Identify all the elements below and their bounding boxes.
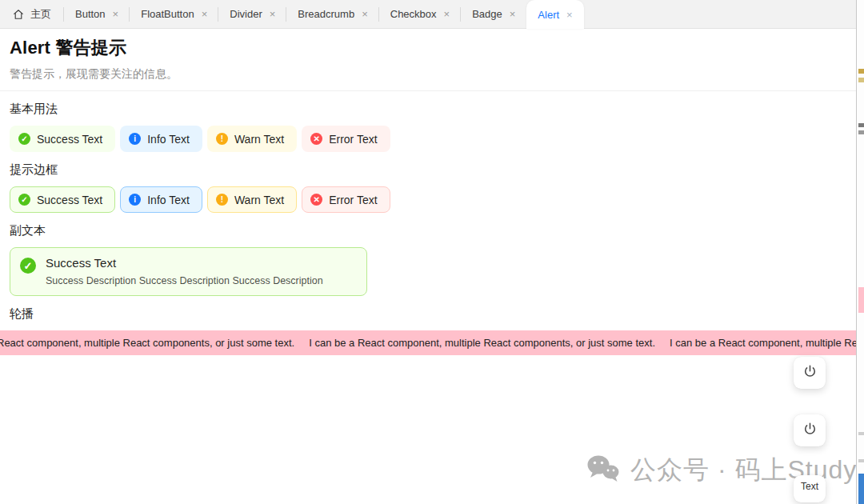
tab-badge[interactable]: Badge × — [461, 0, 526, 28]
alert-success-description: ✓ Success Text Success Description Succe… — [10, 247, 367, 296]
header-divider — [0, 90, 856, 91]
tab-label: Checkbox — [390, 8, 437, 20]
tab-floatbutton[interactable]: FloatButton × — [130, 0, 218, 28]
alert-row-basic: ✓ Success Text i Info Text ! Warn Text ✕… — [10, 126, 846, 152]
alert-success: ✓ Success Text — [10, 126, 115, 152]
tab-label: Button — [75, 8, 106, 20]
page-title: Alert 警告提示 — [10, 36, 846, 60]
float-button-text[interactable]: Text — [794, 475, 826, 502]
alert-label: Success Text — [37, 133, 102, 146]
alert-label: Info Text — [147, 194, 190, 206]
browser-window: 主页 Button × FloatButton × Divider × Brea… — [0, 0, 856, 504]
tab-label: Alert — [538, 9, 559, 21]
success-icon: ✓ — [18, 133, 30, 145]
alert-label: Success Text — [37, 194, 102, 206]
page-content: Alert 警告提示 警告提示，展现需要关注的信息。 基本用法 ✓ Succes… — [0, 36, 856, 355]
tab-alert-active[interactable]: Alert × — [526, 0, 583, 29]
edge-mark — [858, 459, 864, 462]
alert-success-bordered: ✓ Success Text — [10, 186, 115, 213]
alert-info-bordered: i Info Text — [120, 186, 202, 213]
warning-icon: ! — [216, 133, 228, 145]
close-icon[interactable]: × — [362, 9, 368, 19]
edge-mark — [858, 287, 864, 313]
alert-label: Warn Text — [234, 133, 284, 146]
tab-home[interactable]: 主页 — [0, 0, 64, 28]
float-button-power-2[interactable] — [794, 414, 826, 446]
edge-mark — [858, 130, 864, 134]
tab-divider[interactable]: Divider × — [218, 0, 286, 28]
edge-mark — [858, 78, 864, 82]
close-icon[interactable]: × — [202, 9, 208, 19]
close-icon[interactable]: × — [444, 9, 450, 19]
alert-label: Warn Text — [234, 194, 284, 206]
section-title-basic: 基本用法 — [10, 102, 846, 117]
section-title-description: 副文本 — [10, 223, 846, 238]
alert-warning-bordered: ! Warn Text — [207, 186, 297, 213]
alert-row-bordered: ✓ Success Text i Info Text ! Warn Text ✕… — [10, 186, 846, 213]
edge-mark — [858, 474, 864, 504]
close-icon[interactable]: × — [510, 9, 516, 19]
float-button-text-label: Text — [801, 481, 818, 492]
alert-label: Info Text — [147, 133, 190, 146]
error-icon: ✕ — [310, 194, 322, 206]
section-title-bordered: 提示边框 — [10, 162, 846, 178]
tab-label: Divider — [230, 8, 262, 20]
close-icon[interactable]: × — [270, 9, 276, 19]
home-icon — [13, 9, 24, 20]
right-edge-strip — [856, 0, 864, 504]
section-title-marquee: 轮播 — [10, 306, 846, 322]
edge-mark — [858, 69, 864, 74]
alert-body: Success Text Success Description Success… — [46, 256, 323, 286]
app-window: 主页 Button × FloatButton × Divider × Brea… — [0, 0, 864, 504]
alert-description: Success Description Success Description … — [46, 275, 323, 286]
alert-error-bordered: ✕ Error Text — [302, 186, 390, 213]
power-icon — [802, 422, 818, 440]
success-icon: ✓ — [20, 258, 36, 274]
info-icon: i — [129, 194, 141, 206]
error-icon: ✕ — [310, 133, 322, 145]
success-icon: ✓ — [18, 194, 30, 206]
edge-mark — [858, 123, 864, 127]
tab-label: Badge — [472, 8, 502, 20]
close-icon[interactable]: × — [113, 9, 119, 19]
wechat-icon — [586, 454, 620, 486]
alert-label: Error Text — [329, 194, 377, 206]
tab-label: FloatButton — [141, 8, 194, 20]
edge-mark — [858, 432, 864, 435]
close-icon[interactable]: × — [566, 10, 573, 20]
tab-label: Breadcrumb — [298, 8, 354, 20]
alert-error: ✕ Error Text — [302, 126, 390, 152]
tab-checkbox[interactable]: Checkbox × — [379, 0, 461, 28]
alert-warning: ! Warn Text — [207, 126, 297, 152]
alert-title: Success Text — [46, 256, 323, 270]
page-subtitle: 警告提示，展现需要关注的信息。 — [10, 67, 846, 90]
marquee-alert-banner: React component, multiple React componen… — [0, 330, 856, 355]
tab-button[interactable]: Button × — [64, 0, 130, 28]
info-icon: i — [129, 133, 141, 145]
float-button-power-1[interactable] — [794, 357, 826, 389]
marquee-text: React component, multiple React componen… — [0, 337, 856, 349]
tab-breadcrumb[interactable]: Breadcrumb × — [286, 0, 378, 28]
power-icon — [802, 364, 818, 382]
tab-label: 主页 — [30, 7, 51, 22]
alert-info: i Info Text — [120, 126, 202, 152]
alert-label: Error Text — [329, 133, 377, 146]
tab-bar: 主页 Button × FloatButton × Divider × Brea… — [0, 0, 856, 29]
warning-icon: ! — [216, 194, 228, 206]
